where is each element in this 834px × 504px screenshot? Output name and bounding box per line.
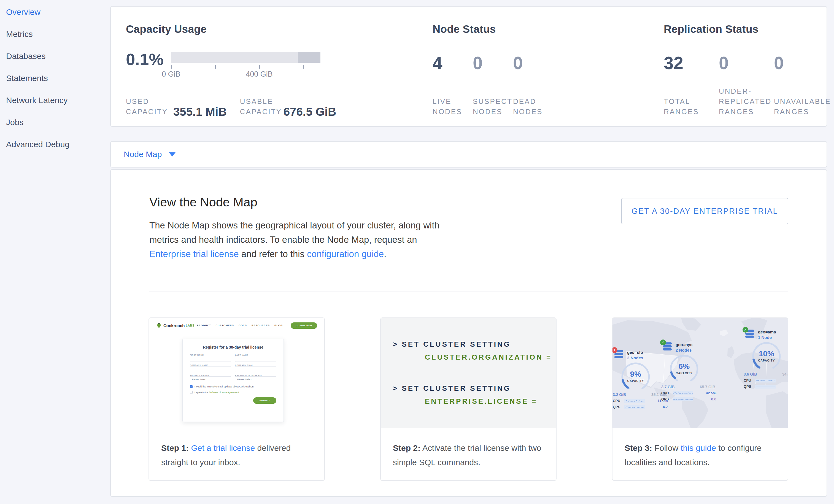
locality-name: geo=nyc	[676, 342, 693, 347]
step-3-caption: Step 3: Follow this guide to configure l…	[624, 441, 777, 469]
description-text: .	[384, 249, 386, 259]
step-1-card: Cockroach LABS PRODUCT CUSTOMERS DOCS RE…	[149, 317, 325, 481]
sidebar-item-jobs[interactable]: Jobs	[0, 111, 110, 133]
capacity-bar-reserved-segment	[298, 52, 321, 63]
suspect-nodes-label: SUSPECT NODES	[473, 96, 511, 117]
under-replicated-ranges-label: UNDER-REPLICATED RANGES	[719, 86, 771, 117]
used-capacity-label: USED CAPACITY	[126, 96, 173, 117]
sidebar-item-metrics[interactable]: Metrics	[0, 23, 110, 45]
step-3-card: 1 geo=sfo 2 Nodes	[612, 317, 788, 481]
mini-site-download-button: DOWNLOAD	[291, 323, 317, 329]
sidebar-item-network-latency[interactable]: Network Latency	[0, 89, 110, 111]
this-guide-link[interactable]: this guide	[681, 443, 716, 453]
qps-sparkline	[755, 385, 775, 389]
mini-site-nav-item: PRODUCT	[197, 324, 211, 327]
qps-sparkline	[624, 405, 645, 409]
step-2-card: > SET CLUSTER SETTING CLUSTER.ORGANIZATI…	[380, 317, 556, 481]
trial-signup-screenshot: Cockroach LABS PRODUCT CUSTOMERS DOCS RE…	[149, 318, 324, 428]
capacity-used-percent: 0.1%	[126, 51, 171, 68]
field-label: PROJECT PHASE	[190, 374, 231, 376]
gauge-label: CAPACITY	[751, 359, 782, 362]
field-label: FIRST NAME	[190, 354, 231, 356]
field-label: COMPANY NAME	[190, 364, 231, 366]
company-email-field	[235, 366, 276, 372]
node-map-screenshot: 1 geo=sfo 2 Nodes	[613, 318, 788, 428]
unavailable-ranges-count: 0	[774, 53, 829, 73]
dead-nodes-label: DEAD NODES	[513, 96, 549, 117]
capacity-gauge: 10% CAPACITY	[751, 341, 782, 371]
steps-row: Cockroach LABS PRODUCT CUSTOMERS DOCS RE…	[149, 317, 788, 481]
mini-site-nav: PRODUCT CUSTOMERS DOCS RESOURCES BLOG DO…	[197, 323, 317, 329]
axis-tick	[215, 65, 216, 69]
cpu-value: 42.5%	[706, 391, 716, 395]
node-map-description: The Node Map shows the geographical layo…	[149, 218, 449, 261]
license-agreement-checkbox-label: I agree to the Software License Agreemen…	[195, 391, 240, 394]
sidebar-item-statements[interactable]: Statements	[0, 67, 110, 89]
gauge-percent: 6%	[669, 362, 699, 371]
check-icon: ✓	[743, 327, 748, 333]
total-capacity: 65.7 GiB	[700, 385, 715, 389]
mini-site-nav-item: RESOURCES	[251, 324, 270, 327]
under-replicated-ranges-count: 0	[719, 53, 774, 73]
sidebar-item-advanced-debug[interactable]: Advanced Debug	[0, 133, 110, 155]
live-nodes-count: 4	[433, 53, 473, 73]
sql-setting: CLUSTER.ORGANIZATION =	[425, 353, 556, 361]
capacity-gauge: 9% CAPACITY	[620, 361, 651, 392]
step-1-caption: Step 1: Get a trial license delivered st…	[161, 441, 314, 469]
cluster-summary-panel: Capacity Usage 0.1% 0 GiB 400 GiB USED C…	[110, 6, 827, 127]
sidebar: Overview Metrics Databases Statements Ne…	[0, 0, 110, 504]
total-capacity: 34.4 GiB	[782, 372, 788, 376]
field-label: LAST NAME	[235, 354, 276, 356]
qps-label: QPS	[613, 405, 624, 409]
axis-tick	[259, 65, 260, 69]
page-title: View the Node Map	[149, 195, 257, 210]
sidebar-item-databases[interactable]: Databases	[0, 45, 110, 67]
view-selector-value[interactable]: Node Map	[124, 150, 162, 159]
cpu-sparkline	[624, 399, 645, 403]
last-name-field	[235, 356, 276, 362]
locality-nyc: ✓ geo=nyc 2 Nodes	[663, 342, 721, 401]
get-trial-license-link[interactable]: Get a trial license	[191, 443, 255, 453]
node-status-section: Node Status 4 LIVE NODES 0 SUSPECT NODES…	[433, 23, 626, 117]
divider	[149, 291, 788, 292]
replication-status-title: Replication Status	[664, 23, 834, 35]
qps-value: 0.0	[711, 397, 716, 401]
enterprise-trial-license-link[interactable]: Enterprise trial license	[149, 249, 239, 259]
suspect-nodes-count: 0	[473, 53, 513, 73]
sidebar-item-overview[interactable]: Overview	[0, 1, 110, 23]
gauge-percent: 10%	[751, 349, 782, 358]
node-map-promo-panel: View the Node Map The Node Map shows the…	[110, 169, 827, 497]
field-label: REASON FOR INTEREST	[235, 374, 276, 376]
check-icon: ✓	[660, 339, 666, 345]
mini-site-submit-button: SUBMIT	[253, 397, 276, 404]
enterprise-trial-button[interactable]: GET A 30-DAY ENTERPRISE TRIAL	[621, 198, 788, 224]
software-license-agreement-link: Software License Agreement	[209, 391, 239, 394]
locality-node-count: 2 Nodes	[627, 355, 643, 360]
usable-capacity-label: USABLE CAPACITY	[240, 96, 284, 117]
cpu-label: CPU	[613, 399, 624, 403]
locality-ams: ✓ geo=ams 1 Node	[745, 330, 788, 389]
sql-command: > SET CLUSTER SETTING	[393, 384, 556, 393]
capacity-bar	[171, 52, 321, 63]
step-2-caption: Step 2: Activate the trial license with …	[393, 441, 546, 469]
first-name-field	[190, 356, 231, 362]
mini-site-nav-item: CUSTOMERS	[216, 324, 234, 327]
total-ranges-count: 32	[664, 53, 719, 73]
used-capacity: 3.2 GiB	[613, 392, 626, 397]
chevron-down-icon[interactable]	[169, 152, 176, 156]
axis-tick	[303, 65, 304, 69]
dead-nodes-count: 0	[513, 53, 553, 73]
capacity-usage-section: Capacity Usage 0.1% 0 GiB 400 GiB USED C…	[126, 23, 401, 117]
locality-node-count: 1 Node	[758, 335, 776, 340]
cpu-sparkline	[673, 391, 693, 395]
cockroach-labs-logo-icon	[156, 323, 162, 328]
checkbox-unchecked-icon	[190, 391, 193, 394]
view-selector-dropdown[interactable]: Node Map	[124, 150, 176, 159]
qps-sparkline	[673, 397, 693, 401]
locality-name: geo=sfo	[627, 350, 643, 355]
used-capacity-value: 355.1 MiB	[173, 106, 227, 117]
description-text: and refer to this	[239, 249, 307, 259]
live-nodes-label: LIVE NODES	[433, 96, 468, 117]
configuration-guide-link[interactable]: configuration guide	[307, 249, 384, 259]
mini-site-header: Cockroach LABS PRODUCT CUSTOMERS DOCS RE…	[149, 318, 324, 333]
